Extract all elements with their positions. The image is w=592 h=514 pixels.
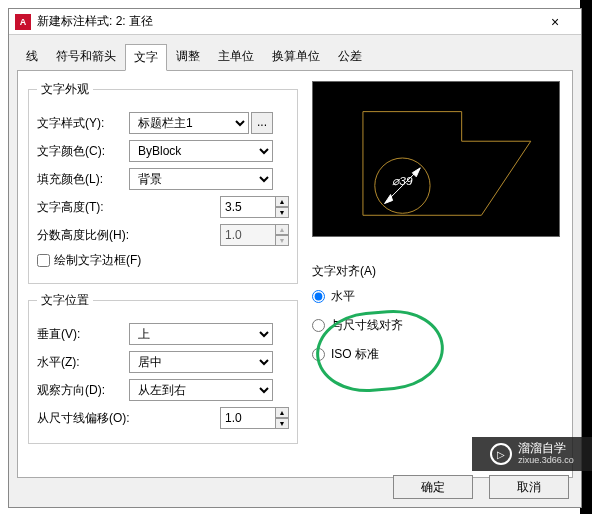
dimension-preview: ⌀39	[312, 81, 560, 237]
legend-position: 文字位置	[37, 292, 93, 309]
tab-arrows[interactable]: 符号和箭头	[47, 43, 125, 70]
dialog-window: A 新建标注样式: 2: 直径 × 线 符号和箭头 文字 调整 主单位 换算单位…	[8, 8, 582, 508]
select-horizontal[interactable]: 居中	[129, 351, 273, 373]
label-align-horizontal: 水平	[331, 288, 355, 305]
height-spin-down[interactable]: ▼	[275, 207, 289, 218]
label-text-height: 文字高度(T):	[37, 199, 129, 216]
legend-appearance: 文字外观	[37, 81, 93, 98]
radio-align-horizontal[interactable]	[312, 290, 325, 303]
watermark-brand: 溜溜自学	[518, 442, 574, 454]
label-offset: 从尺寸线偏移(O):	[37, 410, 147, 427]
height-spin-up[interactable]: ▲	[275, 196, 289, 207]
tab-tol[interactable]: 公差	[329, 43, 371, 70]
select-view-dir[interactable]: 从左到右	[129, 379, 273, 401]
watermark-url: zixue.3d66.co	[518, 454, 574, 466]
select-vertical[interactable]: 上	[129, 323, 273, 345]
label-horizontal: 水平(Z):	[37, 354, 129, 371]
label-text-color: 文字颜色(C):	[37, 143, 129, 160]
tab-text[interactable]: 文字	[125, 44, 167, 71]
frac-spin-up: ▲	[275, 224, 289, 235]
radio-align-iso[interactable]	[312, 348, 325, 361]
watermark: ▷ 溜溜自学 zixue.3d66.co	[472, 437, 592, 471]
label-frac-scale: 分数高度比例(H):	[37, 227, 147, 244]
input-frac-scale	[220, 224, 276, 246]
label-fill-color: 填充颜色(L):	[37, 171, 129, 188]
legend-align: 文字对齐(A)	[312, 263, 562, 280]
tab-bar: 线 符号和箭头 文字 调整 主单位 换算单位 公差	[9, 35, 581, 70]
textstyle-browse-button[interactable]: ...	[251, 112, 273, 134]
label-vertical: 垂直(V):	[37, 326, 129, 343]
ok-button[interactable]: 确定	[393, 475, 473, 499]
tab-line[interactable]: 线	[17, 43, 47, 70]
label-align-dimline: 与尺寸线对齐	[331, 317, 403, 334]
group-text-appearance: 文字外观 文字样式(Y): 标题栏主1 ... 文字颜色(C): ByBlock…	[28, 81, 298, 284]
select-text-style[interactable]: 标题栏主1	[129, 112, 249, 134]
app-logo: A	[15, 14, 31, 30]
svg-text:⌀39: ⌀39	[392, 174, 413, 188]
tab-fit[interactable]: 调整	[167, 43, 209, 70]
select-text-color[interactable]: ByBlock	[129, 140, 273, 162]
cancel-button[interactable]: 取消	[489, 475, 569, 499]
close-button[interactable]: ×	[535, 14, 575, 30]
select-fill-color[interactable]: 背景	[129, 168, 273, 190]
titlebar: A 新建标注样式: 2: 直径 ×	[9, 9, 581, 35]
group-text-position: 文字位置 垂直(V): 上 水平(Z): 居中 观察方向(D): 从左到右	[28, 292, 298, 444]
label-align-iso: ISO 标准	[331, 346, 379, 363]
checkbox-draw-frame[interactable]	[37, 254, 50, 267]
offset-spin-down[interactable]: ▼	[275, 418, 289, 429]
tab-alt[interactable]: 换算单位	[263, 43, 329, 70]
label-text-style: 文字样式(Y):	[37, 115, 129, 132]
svg-marker-3	[412, 168, 420, 177]
tab-panel-text: 文字外观 文字样式(Y): 标题栏主1 ... 文字颜色(C): ByBlock…	[17, 70, 573, 478]
tab-primary[interactable]: 主单位	[209, 43, 263, 70]
radio-align-dimline[interactable]	[312, 319, 325, 332]
play-icon: ▷	[490, 443, 512, 465]
input-text-height[interactable]	[220, 196, 276, 218]
svg-marker-2	[385, 195, 393, 204]
offset-spin-up[interactable]: ▲	[275, 407, 289, 418]
input-offset[interactable]	[220, 407, 276, 429]
label-draw-frame: 绘制文字边框(F)	[54, 252, 141, 269]
window-title: 新建标注样式: 2: 直径	[37, 13, 535, 30]
label-view-dir: 观察方向(D):	[37, 382, 129, 399]
frac-spin-down: ▼	[275, 235, 289, 246]
